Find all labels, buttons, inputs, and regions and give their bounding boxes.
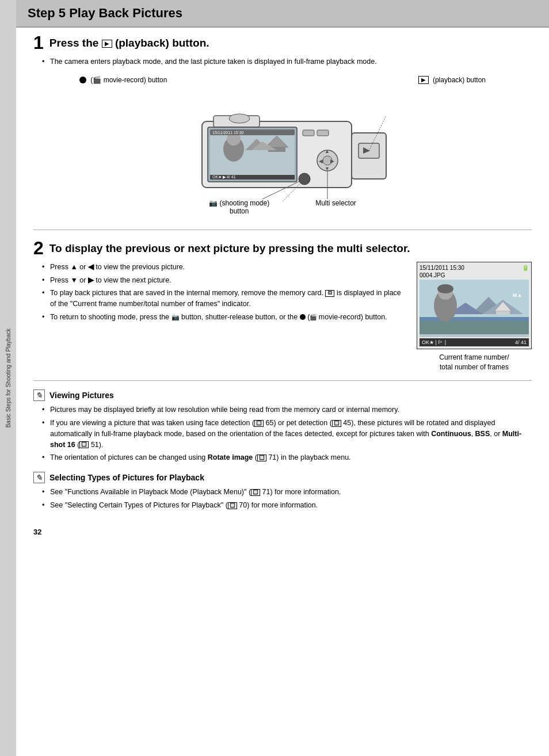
sidebar: Basic Steps for Shooting and Playback — [0, 0, 16, 756]
shooting-mode-label: 📷 (shooting mode)button — [209, 199, 269, 215]
ref-45: 🔲 — [332, 420, 341, 427]
screen-photo-svg: M▲ — [420, 280, 529, 334]
circle-dot-icon — [79, 77, 86, 83]
svg-rect-26 — [303, 130, 314, 136]
step1-title: Press the ▶ (playback) button. — [49, 33, 209, 50]
multi-selector-label: Multi selector — [315, 199, 356, 215]
step2-bullet-2: Press ▼ or ▶ to view the next picture. — [42, 275, 405, 286]
screen-footer: OK★ | 🏳 | 4/ 41 — [420, 338, 529, 346]
ref-71b: 🔲 — [251, 489, 260, 496]
selecting-bullet-1: See "Functions Available in Playback Mod… — [42, 487, 532, 498]
svg-rect-4 — [210, 129, 295, 180]
frame-number-caption: Current frame number/total number of fra… — [417, 353, 532, 372]
step1-body: The camera enters playback mode, and the… — [33, 56, 532, 215]
selecting-bullet-2: See "Selecting Certain Types of Pictures… — [42, 500, 532, 511]
viewing-bullet-3: The orientation of pictures can be chang… — [42, 452, 532, 463]
note-viewing-header: ✎ Viewing Pictures — [33, 390, 532, 401]
svg-rect-38 — [496, 311, 510, 314]
movie-icon-inline: 🎬 — [310, 314, 317, 320]
ref-70: 🔲 — [228, 502, 237, 509]
step2-bullet-3: To play back pictures that are saved in … — [42, 288, 405, 310]
step1-header: 1 Press the ▶ (playback) button. — [33, 33, 532, 52]
screen-header: 15/11/2011 15:30 🔋 — [420, 265, 529, 271]
camera-screen-mockup: 15/11/2011 15:30 🔋 0004.JPG — [417, 262, 532, 372]
ref-51: 🔲 — [79, 441, 89, 448]
svg-point-2 — [229, 114, 250, 123]
step2-bullet-4: To return to shooting mode, press the 📷 … — [42, 312, 405, 323]
movie-record-text: (🎬 movie-record) button — [89, 76, 167, 84]
note-selecting-section: ✎ Selecting Types of Pictures for Playba… — [33, 472, 532, 511]
camera-mode-icon-inline: 📷 — [171, 312, 180, 322]
movie-record-label: (🎬 movie-record) button — [79, 76, 167, 84]
note-viewing-title: Viewing Pictures — [49, 391, 114, 400]
step2-section: 2 To display the previous or next pictur… — [33, 239, 532, 381]
step1-number: 1 — [33, 33, 44, 52]
camera-screen-display: 15/11/2011 15:30 🔋 0004.JPG — [417, 262, 532, 349]
note-selecting-header: ✎ Selecting Types of Pictures for Playba… — [33, 472, 532, 483]
internal-memory-icon: 🖼 — [325, 290, 334, 297]
viewing-bullet-1: Pictures may be displayed briefly at low… — [42, 404, 532, 415]
screen-frame-count: 4/ 41 — [515, 339, 527, 345]
note-viewing-section: ✎ Viewing Pictures Pictures may be displ… — [33, 390, 532, 463]
step2-body: Press ▲ or ◀ to view the previous pictur… — [33, 262, 532, 372]
note-selecting-icon: ✎ — [33, 472, 45, 483]
note-viewing-icon: ✎ — [33, 390, 45, 401]
step2-title: To display the previous or next picture … — [49, 239, 410, 255]
step2-text-area: Press ▲ or ◀ to view the previous pictur… — [33, 262, 405, 325]
camera-illustration: 15/11/2011 15:30 OK★ ▶ 4/ 41 — [156, 87, 409, 202]
step1-section: 1 Press the ▶ (playback) button. The cam… — [33, 33, 532, 230]
step2-bullet-1: Press ▲ or ◀ to view the previous pictur… — [42, 262, 405, 273]
screen-battery: 🔋 — [522, 265, 529, 271]
step2-number: 2 — [33, 239, 44, 257]
step2-header: 2 To display the previous or next pictur… — [33, 239, 532, 257]
note-selecting-bullets: See "Functions Available in Playback Mod… — [33, 487, 532, 511]
camera-diagram-container: (🎬 movie-record) button ▶ (playback) but… — [33, 76, 532, 215]
step2-bullets: Press ▲ or ◀ to view the previous pictur… — [33, 262, 405, 323]
svg-text:▲: ▲ — [325, 148, 330, 154]
viewing-bullet-2: If you are viewing a picture that was ta… — [42, 418, 532, 450]
step1-bullets: The camera enters playback mode, and the… — [33, 56, 532, 67]
svg-text:▼: ▼ — [325, 166, 330, 171]
playback-label: ▶ (playback) button — [418, 76, 486, 84]
screen-date: 15/11/2011 15:30 — [420, 265, 464, 271]
svg-text:15/11/2011 15:30: 15/11/2011 15:30 — [212, 131, 244, 135]
content-area: 1 Press the ▶ (playback) button. The cam… — [16, 28, 549, 525]
step1-bullet-1: The camera enters playback mode, and the… — [42, 56, 532, 67]
sidebar-label: Basic Steps for Shooting and Playback — [5, 329, 12, 427]
screen-photo-area: M▲ — [420, 280, 529, 337]
screen-icons: OK★ | 🏳 | — [422, 339, 446, 345]
svg-text:▶: ▶ — [330, 158, 334, 164]
ref-65: 🔲 — [254, 420, 264, 427]
camera-svg: 15/11/2011 15:30 OK★ ▶ 4/ 41 — [33, 87, 532, 202]
page-number: 32 — [16, 525, 549, 542]
screen-filename: 0004.JPG — [420, 272, 529, 278]
note-viewing-bullets: Pictures may be displayed briefly at low… — [33, 404, 532, 463]
movie-record-circle-icon — [300, 314, 306, 320]
page-header: Step 5 Play Back Pictures — [16, 0, 549, 28]
svg-rect-42 — [420, 321, 529, 334]
playback-button-icon: ▶ — [102, 40, 112, 48]
svg-point-41 — [437, 284, 453, 293]
note-selecting-title: Selecting Types of Pictures for Playback — [49, 473, 204, 482]
svg-rect-27 — [317, 130, 329, 136]
ref-71: 🔲 — [257, 455, 266, 461]
playback-arrow-icon: ▶ — [418, 76, 429, 84]
camera-icon-small: 📷 — [209, 199, 218, 207]
page-title: Step 5 Play Back Pictures — [28, 6, 537, 21]
svg-text:OK★ ▶  4/ 41: OK★ ▶ 4/ 41 — [212, 175, 236, 179]
playback-label-text: (playback) button — [431, 76, 486, 84]
svg-text:M▲: M▲ — [513, 292, 522, 298]
main-content: Step 5 Play Back Pictures 1 Press the ▶ … — [16, 0, 549, 542]
svg-text:◀: ◀ — [319, 158, 323, 164]
